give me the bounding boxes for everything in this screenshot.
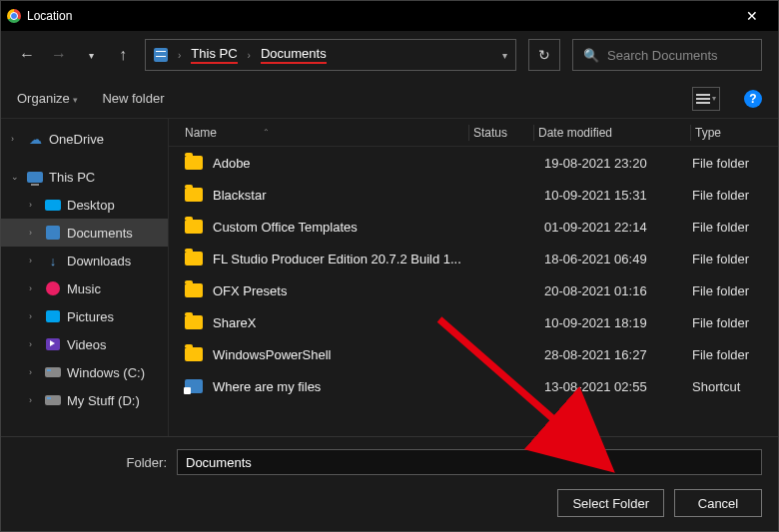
sidebar-desktop[interactable]: › Desktop: [1, 191, 168, 219]
chevron-right-icon: ›: [178, 50, 181, 61]
file-date: 01-09-2021 22:14: [544, 220, 692, 235]
search-placeholder: Search Documents: [607, 48, 718, 63]
file-row[interactable]: FL Studio Producer Edition 20.7.2 Build …: [169, 243, 778, 274]
file-type: File folder: [692, 156, 778, 171]
chrome-icon: [7, 9, 21, 23]
file-date: 10-09-2021 15:31: [544, 188, 692, 203]
chevron-right-icon: ›: [29, 200, 39, 210]
folder-icon: [185, 156, 203, 170]
sidebar-videos[interactable]: › Videos: [1, 330, 168, 358]
recent-dropdown[interactable]: ▾: [81, 45, 101, 65]
file-date: 20-08-2021 01:16: [544, 283, 692, 298]
up-button[interactable]: ↑: [113, 45, 133, 65]
file-row[interactable]: Custom Office Templates01-09-2021 22:14F…: [169, 211, 778, 243]
organize-menu[interactable]: Organize ▾: [17, 91, 78, 106]
chevron-down-icon: ⌄: [11, 172, 21, 182]
close-button[interactable]: ✕: [732, 8, 772, 24]
file-name: FL Studio Producer Edition 20.7.2 Build …: [213, 252, 484, 266]
chevron-right-icon: ›: [29, 228, 39, 238]
sidebar-music[interactable]: › Music: [1, 274, 168, 302]
documents-icon: [46, 226, 60, 240]
file-date: 28-08-2021 16:27: [544, 347, 692, 362]
breadcrumb-root[interactable]: This PC: [191, 46, 237, 64]
chevron-right-icon: ›: [29, 256, 39, 266]
back-button[interactable]: ←: [17, 45, 37, 65]
column-date[interactable]: Date modified: [538, 126, 686, 140]
file-name: WindowsPowerShell: [213, 347, 484, 362]
folder-label: Folder:: [17, 455, 167, 470]
shortcut-icon: [185, 379, 203, 393]
file-type: File folder: [692, 188, 778, 203]
chevron-right-icon: ›: [29, 367, 39, 377]
file-row[interactable]: Blackstar10-09-2021 15:31File folder: [169, 179, 778, 211]
help-button[interactable]: ?: [744, 90, 762, 108]
file-type: Shortcut: [692, 379, 778, 394]
file-list: Adobe19-08-2021 23:20File folderBlacksta…: [169, 147, 778, 436]
folder-icon: [185, 347, 203, 361]
chevron-right-icon: ›: [29, 311, 39, 321]
file-type: File folder: [692, 347, 778, 362]
svg-rect-0: [696, 94, 710, 96]
music-icon: [46, 281, 60, 295]
folder-icon: [185, 283, 203, 297]
drive-icon: [45, 367, 61, 377]
sidebar-pictures[interactable]: › Pictures: [1, 302, 168, 330]
view-mode-button[interactable]: ▾: [692, 87, 720, 111]
svg-rect-1: [696, 98, 710, 100]
downloads-icon: ↓: [45, 253, 61, 268]
file-name: Adobe: [213, 156, 484, 171]
cancel-button[interactable]: Cancel: [674, 489, 762, 517]
sidebar-downloads[interactable]: › ↓ Downloads: [1, 247, 168, 274]
drive-icon: [45, 395, 61, 405]
folder-icon: [185, 220, 203, 234]
svg-rect-2: [696, 102, 710, 104]
sidebar-onedrive[interactable]: › ☁ OneDrive: [1, 125, 168, 153]
file-name: Blackstar: [213, 188, 484, 203]
address-dropdown[interactable]: ▾: [502, 50, 507, 61]
sort-indicator-icon: ⌃: [263, 128, 270, 137]
cloud-icon: ☁: [27, 131, 43, 147]
search-box[interactable]: 🔍 Search Documents: [572, 39, 762, 71]
file-row[interactable]: WindowsPowerShell28-08-2021 16:27File fo…: [169, 338, 778, 370]
breadcrumb-current[interactable]: Documents: [261, 46, 327, 64]
sidebar-thispc[interactable]: ⌄ This PC: [1, 163, 168, 191]
folder-tree: › ☁ OneDrive ⌄ This PC › Desktop › Docum…: [1, 119, 169, 436]
folder-icon: [185, 252, 203, 266]
file-type: File folder: [692, 315, 778, 330]
file-date: 18-06-2021 06:49: [544, 252, 692, 266]
file-name: Where are my files: [213, 379, 484, 394]
folder-name-input[interactable]: [177, 449, 762, 475]
file-date: 13-08-2021 02:55: [544, 379, 692, 394]
forward-button[interactable]: →: [49, 45, 69, 65]
folder-icon: [185, 188, 203, 202]
desktop-icon: [45, 200, 61, 211]
address-bar[interactable]: › This PC › Documents ▾: [145, 39, 516, 71]
file-type: File folder: [692, 252, 778, 266]
file-date: 19-08-2021 23:20: [544, 156, 692, 171]
select-folder-button[interactable]: Select Folder: [557, 489, 664, 517]
file-type: File folder: [692, 283, 778, 298]
new-folder-button[interactable]: New folder: [102, 91, 164, 106]
column-type[interactable]: Type: [695, 126, 778, 140]
chevron-right-icon: ›: [29, 339, 39, 349]
column-name[interactable]: Name ⌃: [185, 126, 464, 140]
chevron-right-icon: ›: [248, 50, 251, 61]
refresh-button[interactable]: ↻: [528, 39, 560, 71]
documents-icon: [154, 48, 168, 62]
file-type: File folder: [692, 220, 778, 235]
folder-icon: [185, 315, 203, 329]
file-row[interactable]: Adobe19-08-2021 23:20File folder: [169, 147, 778, 179]
file-row[interactable]: OFX Presets20-08-2021 01:16File folder: [169, 274, 778, 306]
file-row[interactable]: Where are my files13-08-2021 02:55Shortc…: [169, 370, 778, 402]
sidebar-drive-c[interactable]: › Windows (C:): [1, 358, 168, 386]
search-icon: 🔍: [583, 48, 599, 63]
file-row[interactable]: ShareX10-09-2021 18:19File folder: [169, 306, 778, 338]
sidebar-drive-d[interactable]: › My Stuff (D:): [1, 386, 168, 414]
pc-icon: [27, 172, 43, 183]
window-title: Location: [27, 9, 732, 23]
file-name: Custom Office Templates: [213, 220, 484, 235]
sidebar-documents[interactable]: › Documents: [1, 219, 168, 247]
chevron-right-icon: ›: [11, 134, 21, 144]
column-status[interactable]: Status: [473, 126, 529, 140]
videos-icon: [46, 338, 60, 350]
